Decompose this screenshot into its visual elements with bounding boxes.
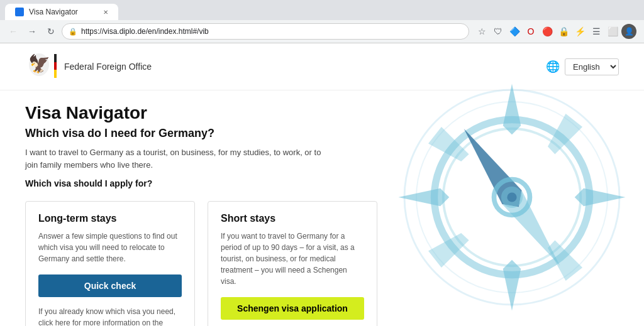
browser-chrome: Visa Navigator ✕ ← → ↻ 🔒 https://visa.di… <box>0 0 644 43</box>
logo-area: 🦅 Federal Foreign Office <box>25 51 152 82</box>
vpn-icon[interactable]: 🔷 <box>507 24 522 39</box>
short-stays-desc: If you want to travel to Germany for a p… <box>221 231 364 287</box>
extensions-icon[interactable]: ⚡ <box>572 24 587 39</box>
language-selector[interactable]: 🌐 English Deutsch <box>546 58 619 75</box>
page-subtitle: Which visa do I need for Germany? <box>25 127 619 140</box>
long-term-title: Long-term stays <box>38 213 182 224</box>
browser-nav: ← → ↻ 🔒 https://visa.diplo.de/en/index.h… <box>0 20 644 43</box>
opera-icon[interactable]: O <box>523 24 538 39</box>
long-term-card: Long-term stays Answer a few simple ques… <box>25 201 195 326</box>
page-content: 🦅 Federal Foreign Office 🌐 English Deuts… <box>0 43 644 326</box>
menu-icon[interactable]: ☰ <box>589 24 604 39</box>
tab-favicon <box>15 8 24 16</box>
org-name: Federal Foreign Office <box>64 62 152 72</box>
bookmark-icon[interactable]: ☆ <box>474 24 489 39</box>
quick-check-button[interactable]: Quick check <box>38 274 182 297</box>
language-dropdown[interactable]: English Deutsch <box>565 58 619 75</box>
window-icon[interactable]: ⬜ <box>605 24 620 39</box>
tab-close-button[interactable]: ✕ <box>103 9 108 16</box>
eagle-svg: 🦅 <box>25 51 53 82</box>
address-bar[interactable]: 🔒 https://visa.diplo.de/en/index.html#/v… <box>62 23 469 40</box>
globe-icon: 🌐 <box>546 60 560 73</box>
browser-tabs: Visa Navigator ✕ <box>0 0 644 20</box>
back-button[interactable]: ← <box>5 23 21 40</box>
forward-button[interactable]: → <box>24 23 40 40</box>
flag-stripe <box>54 54 57 78</box>
tab-title: Visa Navigator <box>29 8 78 16</box>
site-header: 🦅 Federal Foreign Office 🌐 English Deuts… <box>0 43 644 90</box>
page-description: I want to travel to Germany as a tourist… <box>25 146 327 171</box>
lock-icon: 🔒 <box>69 28 77 36</box>
eagle-logo: 🦅 <box>25 51 57 82</box>
question-text: Which visa should I apply for? <box>25 178 619 188</box>
browser-actions: ☆ 🛡 🔷 O 🔴 🔒 ⚡ ☰ ⬜ 👤 <box>472 24 639 39</box>
short-stays-title: Short stays <box>221 213 364 224</box>
schengen-application-button[interactable]: Schengen visa application <box>221 297 364 320</box>
profile-icon[interactable]: 👤 <box>621 24 636 39</box>
url-text: https://visa.diplo.de/en/index.html#/vib <box>81 27 209 36</box>
adblock-icon[interactable]: 🔴 <box>540 24 555 39</box>
active-tab[interactable]: Visa Navigator ✕ <box>5 4 118 20</box>
reload-button[interactable]: ↻ <box>43 23 59 40</box>
svg-text:🦅: 🦅 <box>28 53 50 74</box>
page-title: Visa Navigator <box>25 103 619 123</box>
long-term-footer: If you already know which visa you need,… <box>38 306 182 326</box>
cards-row: Long-term stays Answer a few simple ques… <box>25 201 619 326</box>
long-term-desc: Answer a few simple questions to find ou… <box>38 231 182 264</box>
short-stays-card: Short stays If you want to travel to Ger… <box>208 201 377 326</box>
security-icon[interactable]: 🔒 <box>556 24 571 39</box>
shield-icon[interactable]: 🛡 <box>491 24 506 39</box>
main-content: Visa Navigator Which visa do I need for … <box>0 90 644 326</box>
